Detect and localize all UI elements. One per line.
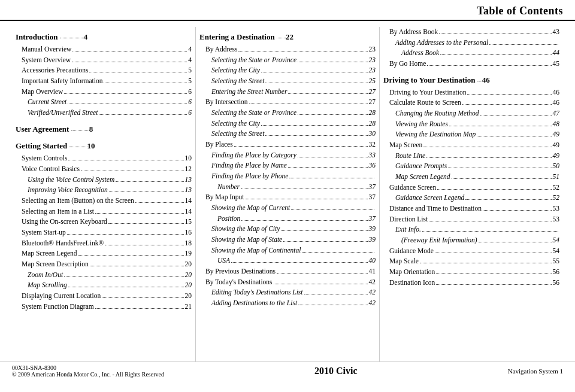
toc-route-line: Route Line 49 — [383, 151, 559, 161]
toc-selecting-street-2: Selecting the Street 30 — [199, 129, 376, 139]
toc-using-voice-control: Using the Voice Control System 13 — [16, 175, 192, 185]
toc-distance-time: Distance and Time to Destination 53 — [383, 203, 559, 214]
toc-finding-place-name: Finding the Place by Name 36 — [199, 160, 376, 171]
toc-selecting-city-2: Selecting the City 28 — [199, 118, 376, 129]
toc-address-book: Address Book 44 — [383, 48, 559, 58]
toc-map-scale: Map Scale 55 — [383, 256, 559, 266]
section-driving-destination: Driving to Your Destination 46 — [383, 75, 559, 86]
toc-by-map-input: By Map Input 37 — [199, 192, 376, 202]
toc-phone-number: Number 37 — [199, 182, 376, 192]
toc-finding-place-phone: Finding the Place by Phone — [199, 171, 376, 181]
toc-accessories-precautions: Accessories Precautions 5 — [16, 65, 192, 75]
column-right: By Address Book 43 Adding Addresses to t… — [380, 27, 563, 361]
toc-selecting-state-province-2: Selecting the State or Province 28 — [199, 108, 376, 118]
toc-finding-place-category: Finding the Place by Category 33 — [199, 150, 376, 160]
footer-left: 00X31-SNA-8300 © 2009 American Honda Mot… — [12, 364, 164, 378]
toc-driving-destination: Driving to Your Destination 46 — [383, 87, 559, 98]
toc-map-scrolling: Map Scrolling 20 — [16, 280, 192, 290]
toc-entering-street-number: Entering the Street Number 27 — [199, 87, 376, 97]
toc-adding-destinations: Adding Destinations to the List 42 — [199, 298, 376, 308]
toc-selecting-city-1: Selecting the City 23 — [199, 65, 376, 75]
toc-guidance-screen-legend: Guidance Screen Legend 52 — [383, 193, 559, 203]
toc-guidance-prompts: Guidance Prompts 50 — [383, 161, 559, 171]
toc-manual-overview: Manual Overview 4 — [16, 44, 192, 54]
page-title: Table of Contents — [477, 5, 563, 17]
page-footer: 00X31-SNA-8300 © 2009 American Honda Mot… — [0, 361, 575, 380]
toc-system-function-diagram: System Function Diagram 21 — [16, 302, 192, 312]
toc-system-controls: System Controls 10 — [16, 153, 192, 163]
toc-exit-info-label: Exit Info. — [383, 224, 559, 235]
toc-position: Position 37 — [199, 214, 376, 224]
toc-system-startup: System Start-up 16 — [16, 227, 192, 238]
toc-system-overview: System Overview 4 — [16, 55, 192, 65]
toc-selecting-item-button: Selecting an Item (Button) on the Screen… — [16, 196, 192, 206]
section-user-agreement: User Agreement 8 — [16, 124, 192, 135]
section-intro-label: Introduction 4 — [16, 32, 87, 41]
toc-important-safety: Important Safety Information 5 — [16, 76, 192, 86]
toc-by-intersection: By Intersection 27 — [199, 97, 376, 107]
toc-viewing-destination-map: Viewing the Destination Map 49 — [383, 129, 559, 139]
toc-map-screen-legend-2: Map Screen Legend 51 — [383, 172, 559, 182]
column-left: Introduction 4 Manual Overview 4 System … — [12, 27, 196, 361]
toc-displaying-current-location: Displaying Current Location 20 — [16, 291, 192, 301]
content-area: Introduction 4 Manual Overview 4 System … — [0, 21, 575, 361]
toc-voice-control-basics: Voice Control Basics 12 — [16, 164, 192, 174]
footer-copyright: © 2009 American Honda Motor Co., Inc. - … — [12, 371, 164, 378]
toc-by-address-book: By Address Book 43 — [383, 27, 559, 37]
toc-freeway-exit-info: (Freeway Exit Information) 54 — [383, 235, 559, 245]
toc-bluetooth: Bluetooth® HandsFreeLink® 18 — [16, 238, 192, 248]
toc-onscreen-keyboard: Using the On-screen Keyboard 15 — [16, 217, 192, 227]
toc-improving-voice: Improving Voice Recognition 13 — [16, 185, 192, 195]
toc-by-previous-destinations: By Previous Destinations 41 — [199, 266, 376, 276]
toc-showing-map-city: Showing the Map of City 39 — [199, 224, 376, 234]
toc-map-overview: Map Overview 6 — [16, 87, 192, 97]
toc-by-go-home: By Go Home 45 — [383, 59, 559, 69]
toc-verified-street: Verified/Unverified Street 6 — [16, 108, 192, 118]
column-middle: Entering a Destination 22 By Address 23 … — [196, 27, 380, 361]
toc-selecting-state-province-1: Selecting the State or Province 23 — [199, 55, 376, 65]
toc-showing-map-current: Showing the Map of Current — [199, 203, 376, 213]
toc-direction-list: Direction List 53 — [383, 214, 559, 224]
toc-viewing-routes: Viewing the Routes 48 — [383, 119, 559, 129]
toc-selecting-item-list: Selecting an Item in a List 14 — [16, 206, 192, 217]
toc-usa: USA 40 — [199, 256, 376, 266]
section-entering-destination: Entering a Destination 22 — [199, 32, 376, 43]
toc-calculate-route: Calculate Route to Screen 46 — [383, 98, 559, 108]
toc-guidance-screen: Guidance Screen 52 — [383, 183, 559, 193]
toc-editing-todays-list: Editing Today's Destinations List 42 — [199, 287, 376, 297]
toc-by-address: By Address 23 — [199, 44, 376, 54]
toc-map-screen: Map Screen 49 — [383, 140, 559, 150]
toc-current-street: Current Street 6 — [16, 97, 192, 107]
toc-by-places: By Places 32 — [199, 139, 376, 150]
toc-zoom-inout: Zoom In/Out 20 — [16, 270, 192, 280]
section-getting-started: Getting Started 10 — [16, 141, 192, 152]
toc-changing-routing-method: Changing the Routing Method 47 — [383, 108, 559, 118]
page-header: Table of Contents — [0, 0, 575, 21]
toc-map-screen-description: Map Screen Description 20 — [16, 259, 192, 269]
toc-showing-map-state: Showing the Map of State 39 — [199, 235, 376, 245]
toc-destination-icon: Destination Icon 56 — [383, 278, 559, 288]
toc-by-todays-destinations: By Today's Destinations 42 — [199, 277, 376, 287]
section-introduction: Introduction 4 — [16, 32, 192, 43]
toc-showing-map-continental: Showing the Map of Continental — [199, 245, 376, 256]
toc-selecting-street-1: Selecting the Street 25 — [199, 76, 376, 86]
footer-part-number: 00X31-SNA-8300 — [12, 364, 164, 371]
toc-guidance-mode: Guidance Mode 54 — [383, 246, 559, 256]
footer-page-info: Navigation System 1 — [508, 367, 563, 375]
toc-map-screen-legend: Map Screen Legend 19 — [16, 248, 192, 259]
footer-model: 2010 Civic — [314, 366, 358, 376]
toc-map-orientation: Map Orientation 56 — [383, 267, 559, 277]
toc-adding-addresses-personal: Adding Addresses to the Personal — [383, 38, 559, 48]
